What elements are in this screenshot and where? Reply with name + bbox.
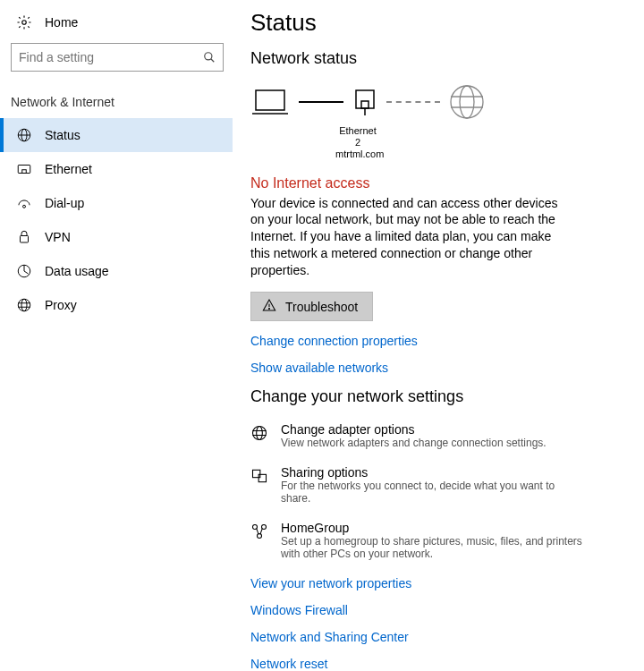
link-view-network-properties[interactable]: View your network properties (250, 576, 626, 590)
connection-line-dashed (386, 101, 440, 103)
connection-line-solid (299, 101, 343, 103)
dialup-icon (16, 195, 32, 211)
sidebar-item-vpn[interactable]: VPN (0, 220, 233, 254)
setting-desc: Set up a homegroup to share pictures, mu… (281, 535, 585, 560)
network-status-heading: Network status (250, 49, 626, 68)
vpn-icon (16, 229, 32, 245)
sidebar: Home Network & Internet Status Ethernet … (0, 0, 233, 671)
gear-icon (16, 14, 32, 30)
sidebar-item-proxy[interactable]: Proxy (0, 288, 233, 322)
sidebar-item-datausage[interactable]: Data usage (0, 254, 233, 288)
sidebar-item-label: Dial-up (45, 196, 84, 210)
section-label: Network & Internet (0, 86, 233, 118)
svg-point-12 (21, 299, 27, 311)
svg-rect-7 (22, 170, 27, 174)
link-change-connection-properties[interactable]: Change connection properties (250, 334, 626, 348)
link-windows-firewall[interactable]: Windows Firewall (250, 603, 626, 617)
setting-change-adapter[interactable]: Change adapter options View network adap… (250, 422, 626, 449)
troubleshoot-button[interactable]: Troubleshoot (250, 292, 373, 321)
svg-rect-18 (361, 101, 369, 108)
svg-rect-9 (21, 236, 29, 243)
svg-point-1 (205, 53, 212, 60)
svg-line-35 (257, 529, 259, 535)
no-internet-heading: No Internet access (250, 175, 626, 191)
ethernet-icon (16, 161, 32, 177)
setting-title: Change adapter options (281, 422, 547, 437)
link-network-reset[interactable]: Network reset (250, 657, 626, 671)
laptop-icon (250, 87, 290, 117)
svg-line-36 (260, 529, 263, 535)
search-icon (203, 51, 216, 64)
svg-point-25 (268, 308, 269, 309)
svg-point-20 (451, 86, 483, 118)
sharing-icon (250, 467, 268, 485)
main-content: Status Network status Ethernet 2 mtrtml.… (233, 0, 644, 671)
homegroup-icon (250, 522, 268, 540)
sidebar-item-dialup[interactable]: Dial-up (0, 186, 233, 220)
adapter-labels: Ethernet 2 mtrtml.com (335, 125, 380, 161)
svg-rect-15 (256, 90, 284, 110)
svg-rect-17 (356, 90, 374, 108)
troubleshoot-label: Troubleshoot (285, 300, 358, 314)
svg-point-27 (257, 427, 263, 440)
adapter-domain: mtrtml.com (335, 149, 380, 160)
change-settings-heading: Change your network settings (250, 387, 626, 406)
page-title: Status (250, 9, 626, 37)
no-internet-body: Your device is connected and can access … (250, 195, 572, 279)
sidebar-item-label: Status (45, 128, 80, 142)
globe-large-icon (449, 84, 485, 120)
svg-point-26 (253, 427, 267, 440)
network-diagram (250, 84, 626, 120)
svg-line-2 (211, 59, 215, 63)
search-input[interactable] (19, 50, 203, 64)
setting-homegroup[interactable]: HomeGroup Set up a homegroup to share pi… (250, 521, 626, 560)
setting-title: HomeGroup (281, 521, 585, 535)
svg-point-11 (18, 299, 30, 311)
svg-point-34 (258, 534, 262, 539)
sidebar-item-label: Proxy (45, 298, 77, 312)
sidebar-item-status[interactable]: Status (0, 118, 233, 152)
globe-icon (250, 424, 268, 442)
sidebar-item-label: Data usage (45, 264, 109, 278)
link-network-sharing-center[interactable]: Network and Sharing Center (250, 630, 626, 644)
search-input-container[interactable] (11, 43, 224, 72)
proxy-icon (16, 297, 32, 313)
link-show-available-networks[interactable]: Show available networks (250, 361, 626, 375)
adapter-icon (352, 89, 377, 115)
setting-desc: For the networks you connect to, decide … (281, 480, 585, 505)
svg-point-21 (460, 86, 474, 118)
data-usage-icon (16, 263, 32, 279)
sidebar-item-label: VPN (45, 230, 71, 244)
warning-icon (262, 298, 276, 315)
globe-icon (16, 127, 32, 143)
setting-sharing-options[interactable]: Sharing options For the networks you con… (250, 465, 626, 505)
svg-point-0 (22, 21, 27, 25)
setting-desc: View network adapters and change connect… (281, 437, 547, 449)
svg-point-8 (23, 205, 26, 208)
sidebar-item-ethernet[interactable]: Ethernet (0, 152, 233, 186)
sidebar-item-label: Ethernet (45, 162, 92, 176)
setting-title: Sharing options (281, 465, 585, 480)
adapter-name: Ethernet 2 (335, 125, 380, 149)
svg-rect-6 (18, 166, 30, 174)
home-button[interactable]: Home (0, 11, 233, 39)
home-label: Home (45, 15, 78, 30)
